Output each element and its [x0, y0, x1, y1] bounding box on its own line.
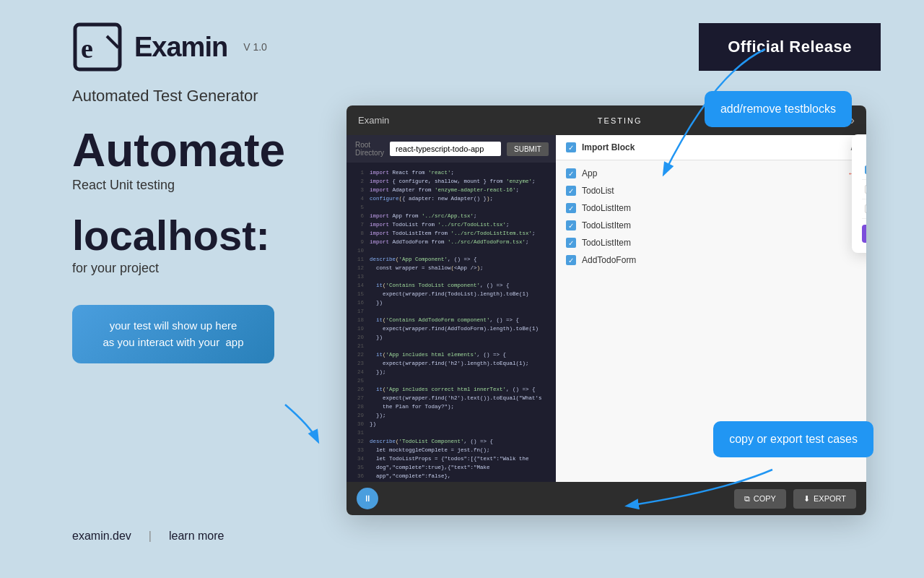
app-label: App [582, 168, 597, 178]
pause-icon: ⏸ [363, 493, 372, 504]
learn-more-link[interactable]: learn more [169, 530, 224, 543]
logo-area: e Examin V 1.0 [72, 22, 267, 72]
headline-localhost: localhost: [72, 215, 318, 256]
todo-checkbox-3[interactable] [865, 204, 866, 213]
tooltip-text: your test will show up hereas you intera… [103, 319, 243, 348]
add-todo-button[interactable]: Add Todo [862, 225, 866, 243]
export-button[interactable]: ⬇ EXPORT [793, 489, 856, 509]
import-block-checkbox[interactable]: ✓ [566, 142, 576, 152]
svg-text:e: e [81, 33, 93, 64]
todolistitem3-label: TodoListItem [582, 238, 631, 248]
addtodoform-checkbox[interactable]: ✓ [566, 255, 576, 265]
tooltip-bubble: your test will show up hereas you intera… [72, 305, 274, 363]
headline-automate: Automate [72, 127, 318, 173]
logo-text: Examin [134, 32, 227, 63]
list-item: ✓ App ← [556, 165, 866, 182]
addtodoform-label: AddTodoForm [582, 255, 636, 265]
todo-mockup: What's the Plan for Today? Walk the dog … [852, 134, 866, 253]
version-badge: V 1.0 [243, 41, 267, 53]
callout-export: copy or export test cases [713, 421, 873, 457]
todo-checkbox-2[interactable] [865, 185, 866, 194]
mockup-footer: ⏸ ⧉ COPY ⬇ EXPORT [346, 482, 866, 515]
list-item: ✓ TodoListItem [556, 199, 866, 217]
main-content: Automate React Unit testing localhost: f… [0, 113, 924, 515]
todo-item-2: Make app 🗑 [862, 180, 866, 199]
todo-checkbox-1[interactable] [865, 165, 866, 174]
page-footer: examin.dev | learn more [0, 515, 924, 557]
svg-line-2 [107, 36, 118, 48]
list-item: ✓ TodoListItem [556, 217, 866, 234]
app-checkbox[interactable]: ✓ [566, 168, 576, 178]
code-area: 1import React from 'react'; 2import { co… [346, 163, 556, 480]
copy-button[interactable]: ⧉ COPY [734, 489, 786, 509]
todolist-label: TodoList [582, 186, 614, 196]
logo-icon: e [72, 22, 123, 72]
todolistitem1-label: TodoListItem [582, 203, 631, 213]
submit-button[interactable]: SUBMIT [507, 142, 549, 156]
official-release-button[interactable]: Official Release [699, 23, 881, 71]
import-block-header: ✓ Import Block ∧ [556, 135, 866, 160]
root-dir-label: Root Directory [355, 141, 384, 157]
copy-icon: ⧉ [744, 494, 750, 504]
header: e Examin V 1.0 Official Release [0, 0, 924, 87]
footer-divider: | [149, 530, 152, 543]
import-block-row: ✓ Import Block [566, 142, 635, 152]
list-item: ✓ TodoListItem [556, 234, 866, 251]
code-panel: Root Directory SUBMIT 1import React from… [346, 135, 556, 482]
mockup-topbar-center: TESTING [598, 116, 642, 125]
root-dir-bar: Root Directory SUBMIT [346, 135, 556, 163]
callout-testblocks: add/remove testblocks [705, 91, 852, 127]
todo-item-3: test 🗑 [862, 199, 866, 219]
left-panel: Automate React Unit testing localhost: f… [43, 113, 346, 515]
play-pause-button[interactable]: ⏸ [357, 488, 378, 509]
headline-project: for your project [72, 261, 318, 276]
import-block-label: Import Block [582, 142, 635, 152]
root-dir-input[interactable] [390, 142, 501, 156]
list-item: ✓ TodoList [556, 182, 866, 199]
list-item: ✓ AddTodoForm [556, 251, 866, 269]
site-link[interactable]: examin.dev [72, 530, 131, 543]
export-icon: ⬇ [803, 494, 810, 504]
mockup-container: add/remove testblocks copy or export tes… [346, 105, 895, 515]
todo-title: What's the Plan for Today? [862, 144, 866, 153]
todolistitem1-checkbox[interactable]: ✓ [566, 203, 576, 213]
todolistitem3-checkbox[interactable]: ✓ [566, 238, 576, 248]
todolistitem2-label: TodoListItem [582, 220, 631, 230]
copy-label: COPY [754, 494, 776, 503]
todolistitem2-checkbox[interactable]: ✓ [566, 220, 576, 230]
todolist-checkbox[interactable]: ✓ [566, 186, 576, 196]
export-label: EXPORT [814, 494, 846, 503]
headline-automate-sub: React Unit testing [72, 178, 318, 193]
todo-item-1: Walk the dog 🗑 [862, 160, 866, 180]
mockup-topbar-left: Examin [358, 115, 389, 126]
